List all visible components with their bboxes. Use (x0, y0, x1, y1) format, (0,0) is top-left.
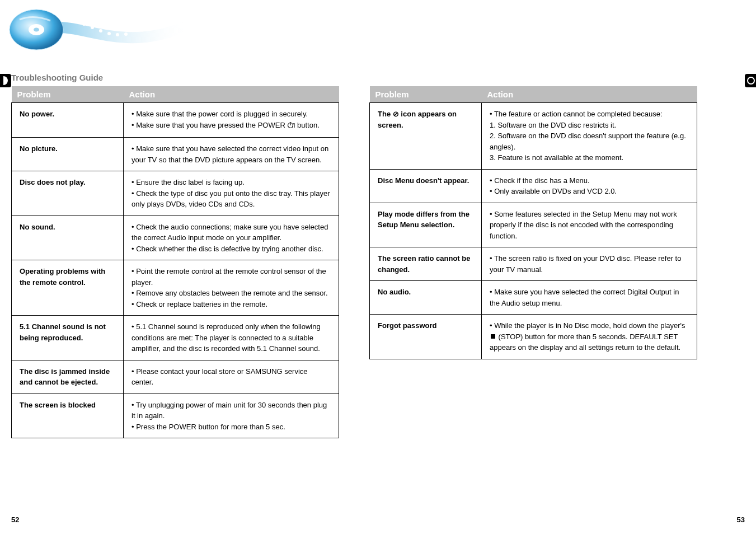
svg-point-3 (82, 22, 86, 26)
problem-cell: Operating problems with the remote contr… (12, 260, 124, 316)
table-row: The ⊘ icon appears on screen.• The featu… (370, 103, 697, 170)
action-cell: • Point the remote control at the remote… (124, 260, 339, 316)
table-row: Play mode differs from the Setup Menu se… (370, 203, 697, 247)
problem-cell: Disc Menu doesn't appear. (370, 169, 482, 203)
table-row: No audio.• Make sure you have selected t… (370, 281, 697, 315)
power-icon: /I (287, 121, 295, 132)
th-action: Action (482, 86, 697, 103)
table-row: No picture.• Make sure that you have sel… (12, 138, 339, 171)
page-number-left: 52 (11, 516, 19, 524)
page-number-right: 53 (737, 516, 745, 524)
table-row: Forgot password• While the player is in … (370, 315, 697, 359)
table-row: The disc is jammed inside and cannot be … (12, 360, 339, 394)
svg-point-8 (124, 32, 128, 36)
svg-point-12 (748, 77, 754, 84)
action-cell: • The feature or action cannot be comple… (482, 103, 697, 170)
problem-cell: No sound. (12, 216, 124, 260)
stop-icon (491, 334, 495, 339)
problem-cell: Forgot password (370, 315, 482, 359)
th-action: Action (124, 86, 339, 103)
table-row: Operating problems with the remote contr… (12, 260, 339, 316)
action-cell: • 5.1 Channel sound is reproduced only w… (124, 316, 339, 360)
side-tab-right (745, 74, 756, 87)
svg-point-11 (34, 28, 39, 32)
action-cell: • Make sure you have selected the correc… (482, 281, 697, 315)
action-cell: • Make sure that you have selected the c… (124, 138, 339, 171)
left-page: Troubleshooting Guide Problem Action No … (11, 73, 339, 438)
svg-point-2 (74, 20, 77, 23)
table-row: 5.1 Channel sound is not being reproduce… (12, 316, 339, 360)
action-cell: • Try unplugging power of main unit for … (124, 394, 339, 438)
th-problem: Problem (12, 86, 124, 103)
action-cell: • Please contact your local store or SAM… (124, 360, 339, 394)
table-row: Disc does not play.• Ensure the disc lab… (12, 171, 339, 216)
problem-cell: The ⊘ icon appears on screen. (370, 103, 482, 170)
problem-cell: Play mode differs from the Setup Menu se… (370, 203, 482, 247)
problem-cell: No power. (12, 103, 124, 138)
dvd-film-logo (3, 3, 193, 53)
problem-cell: The screen is blocked (12, 394, 124, 438)
svg-point-7 (116, 33, 119, 36)
problem-cell: No audio. (370, 281, 482, 315)
table-row: The screen ratio cannot be changed.• The… (370, 247, 697, 281)
problem-cell: No picture. (12, 138, 124, 171)
action-cell: • While the player is in No Disc mode, h… (482, 315, 697, 359)
troubleshoot-table-right: Problem Action The ⊘ icon appears on scr… (369, 86, 697, 359)
problem-cell: 5.1 Channel sound is not being reproduce… (12, 316, 124, 360)
problem-cell: The screen ratio cannot be changed. (370, 247, 482, 281)
svg-point-5 (99, 29, 102, 32)
problem-cell: Disc does not play. (12, 171, 124, 216)
right-page: Problem Action The ⊘ icon appears on scr… (369, 73, 697, 359)
table-row: No power.• Make sure that the power cord… (12, 103, 339, 138)
th-problem: Problem (370, 86, 482, 103)
action-cell: • Make sure that the power cord is plugg… (124, 103, 339, 138)
svg-point-4 (91, 26, 94, 29)
page-title-right (369, 73, 697, 83)
table-row: No sound.• Check the audio connections; … (12, 216, 339, 260)
problem-cell: The disc is jammed inside and cannot be … (12, 360, 124, 394)
troubleshoot-table-left: Problem Action No power.• Make sure that… (11, 86, 339, 438)
side-tab-left (0, 74, 11, 87)
table-row: Disc Menu doesn't appear.• Check if the … (370, 169, 697, 203)
action-cell: • Check the audio connections; make sure… (124, 216, 339, 260)
action-cell: • The screen ratio is fixed on your DVD … (482, 247, 697, 281)
table-row: The screen is blocked• Try unplugging po… (12, 394, 339, 438)
page-title: Troubleshooting Guide (11, 73, 339, 83)
svg-point-6 (107, 32, 111, 35)
action-cell: • Ensure the disc label is facing up.• C… (124, 171, 339, 216)
svg-point-1 (65, 18, 69, 21)
prohibit-icon: ⊘ (393, 110, 399, 118)
action-cell: • Some features selected in the Setup Me… (482, 203, 697, 247)
svg-text:/I: /I (292, 123, 295, 129)
action-cell: • Check if the disc has a Menu.• Only av… (482, 169, 697, 203)
